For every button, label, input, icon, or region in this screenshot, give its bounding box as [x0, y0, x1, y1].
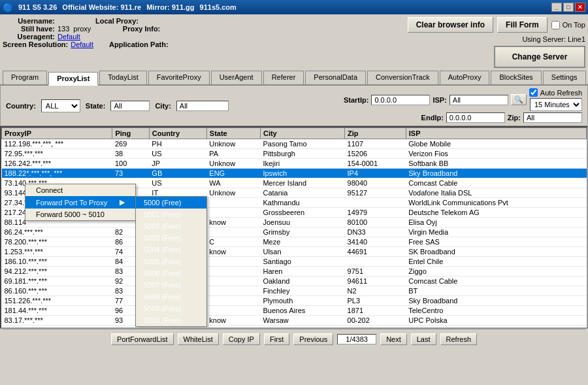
white-list-button[interactable]: WhiteList: [178, 333, 219, 345]
submenu-item[interactable]: 5006 (Free): [136, 267, 206, 279]
table-row[interactable]: 94.212.***.***83Haren9751Ziggo: [2, 267, 587, 276]
on-top-label: On Top: [563, 21, 585, 29]
search-icon-btn[interactable]: 🔍: [511, 94, 527, 105]
city-filter-input[interactable]: [176, 101, 229, 111]
country-filter-select[interactable]: ALL: [41, 99, 80, 112]
submenu-item[interactable]: 5000 (Free): [136, 197, 206, 209]
submenu-item[interactable]: 5003 (Free): [136, 232, 206, 244]
tab-todaylist[interactable]: TodayList: [99, 71, 146, 84]
table-cell: 1.253.***.***: [2, 247, 112, 257]
tab-autoproxy[interactable]: AutoProxy: [440, 71, 490, 84]
copy-ip-button[interactable]: Copy IP: [223, 333, 260, 345]
col-header-proxyip[interactable]: ProxyIP: [2, 128, 112, 139]
zip-filter-label: Zip:: [508, 114, 521, 122]
previous-button[interactable]: Previous: [293, 333, 333, 345]
table-cell: Comcast Cable: [406, 178, 586, 188]
submenu-item[interactable]: 5005 (Free): [136, 256, 206, 267]
port-forward-list-button[interactable]: PortForwardList: [111, 333, 174, 345]
table-cell: Softbank BB: [406, 159, 586, 169]
table-row[interactable]: 188.22*.***.***, ***73GBENGIpswichIP4Sky…: [2, 169, 587, 178]
table-row[interactable]: 186.10.***.***84SantiagoEntel Chile: [2, 257, 587, 267]
table-cell: [206, 276, 260, 286]
on-top-checkbox[interactable]: [551, 21, 560, 29]
start-ip-input[interactable]: [371, 95, 430, 105]
table-row[interactable]: 83.17.***.***93knowWarsaw00-202UPC Polsk…: [2, 316, 587, 326]
table-cell: [206, 286, 260, 296]
state-filter-input[interactable]: [110, 101, 150, 111]
table-cell: Virgin Media: [406, 227, 586, 237]
close-button[interactable]: ✕: [575, 3, 585, 12]
col-header-country[interactable]: Country: [149, 128, 206, 139]
isp-filter-input[interactable]: [449, 95, 508, 105]
next-button[interactable]: Next: [380, 333, 407, 345]
table-cell: GB: [149, 169, 206, 178]
table-cell: Vodafone Italia DSL: [406, 188, 586, 198]
context-menu-forward-port[interactable]: Forward Port To Proxy ▶ 5000 (Free)5001 …: [25, 196, 135, 209]
table-cell: TeleCentro: [406, 306, 586, 316]
tab-favoriteproxy[interactable]: FavoriteProxy: [148, 71, 210, 84]
col-header-zip[interactable]: Zip: [345, 128, 406, 139]
maximize-button[interactable]: □: [563, 3, 574, 12]
table-cell: 72.95.***.***: [2, 149, 112, 159]
submenu-item[interactable]: 5002 (Free): [136, 220, 206, 232]
tab-blocksites[interactable]: BlockSites: [491, 71, 541, 84]
useragent-value[interactable]: Default: [57, 33, 80, 41]
table-cell: 44691: [345, 247, 406, 257]
refresh-button[interactable]: Refresh: [440, 333, 478, 345]
tab-useragent[interactable]: UserAgent: [211, 71, 262, 84]
col-header-isp[interactable]: ISP: [406, 128, 586, 139]
screen-res-label: Screen Resolution:: [3, 41, 68, 48]
tab-settings[interactable]: Settings: [543, 71, 586, 84]
table-cell: SK Broadband: [406, 247, 586, 257]
table-row[interactable]: 69.181.***.***92Oakland94611Comcast Cabl…: [2, 276, 587, 286]
table-cell: Kathmandu: [260, 198, 344, 208]
end-ip-input[interactable]: [446, 112, 505, 123]
table-cell: 73: [112, 169, 149, 178]
tab-personaldata[interactable]: PersonalData: [305, 71, 366, 84]
submenu-item[interactable]: 5009 (Free): [136, 303, 206, 314]
first-button[interactable]: First: [264, 333, 289, 345]
still-have-value: 133: [57, 25, 69, 33]
last-button[interactable]: Last: [411, 333, 436, 345]
context-menu-connect[interactable]: Connect: [25, 184, 135, 196]
table-row[interactable]: 2.152.***.***85Zaragoza50018Vodafone Ono: [2, 326, 587, 329]
submenu-item[interactable]: 5007 (Free): [136, 279, 206, 291]
fill-form-button[interactable]: Fill Form: [497, 17, 547, 33]
table-row[interactable]: 1.253.***.***74knowUlsan44691SK Broadban…: [2, 247, 587, 257]
tab-conversiontrack[interactable]: ConversionTrack: [367, 71, 438, 84]
col-header-ping[interactable]: Ping: [112, 128, 149, 139]
tab-program[interactable]: Program: [3, 71, 47, 84]
change-server-button[interactable]: Change Server: [494, 46, 585, 68]
table-cell: WorldLink Communications Pvt: [406, 198, 586, 208]
zip-filter-input[interactable]: [523, 112, 582, 123]
table-cell: Comcast Cable: [406, 276, 586, 286]
table-row[interactable]: 126.242.***.***100JPUnknowIkejiri154-000…: [2, 159, 587, 169]
tab-referer[interactable]: Referer: [263, 71, 304, 84]
minimize-button[interactable]: _: [551, 3, 562, 12]
table-cell: 38: [112, 149, 149, 159]
col-header-state[interactable]: State: [206, 128, 260, 139]
table-row[interactable]: 86.160.***.***83FinchleyN2BT: [2, 286, 587, 296]
tab-proxylist[interactable]: ProxyList: [48, 72, 98, 86]
table-row[interactable]: 112.198.***.***, ***269PHUnknowPasong Ta…: [2, 139, 587, 149]
table-row[interactable]: 86.24.***.***82GrimsbyDN33Virgin Media: [2, 227, 587, 237]
col-header-city[interactable]: City: [260, 128, 344, 139]
table-cell: Joensuu: [260, 218, 344, 227]
table-cell: 94611: [345, 276, 406, 286]
table-row[interactable]: 181.44.***.***96Buenos Aires1871TeleCent…: [2, 306, 587, 316]
auto-refresh-checkbox[interactable]: [529, 88, 538, 97]
submenu-item[interactable]: 5004 (Free): [136, 244, 206, 256]
table-cell: [206, 267, 260, 276]
context-menu-forward-range[interactable]: Forward 5000 ~ 5010: [25, 209, 135, 220]
submenu-item[interactable]: 5008 (Free): [136, 291, 206, 303]
refresh-interval-select[interactable]: 15 Minutes: [530, 98, 582, 111]
table-row[interactable]: 72.95.***.***38USPAPittsburgh15206Verizo…: [2, 149, 587, 159]
submenu-item[interactable]: 5001 (Free): [136, 209, 206, 220]
clear-browser-info-button[interactable]: Clear browser info: [408, 17, 493, 33]
table-row[interactable]: 151.226.***.***77PlymouthPL3Sky Broadban…: [2, 296, 587, 306]
screen-res-value[interactable]: Default: [71, 41, 93, 48]
table-row[interactable]: 78.200.***.***86CMeze34140Free SAS: [2, 237, 587, 247]
app-icon: 🔵: [3, 3, 13, 12]
table-cell: [206, 306, 260, 316]
submenu-item[interactable]: 5010 (Free): [136, 314, 206, 326]
